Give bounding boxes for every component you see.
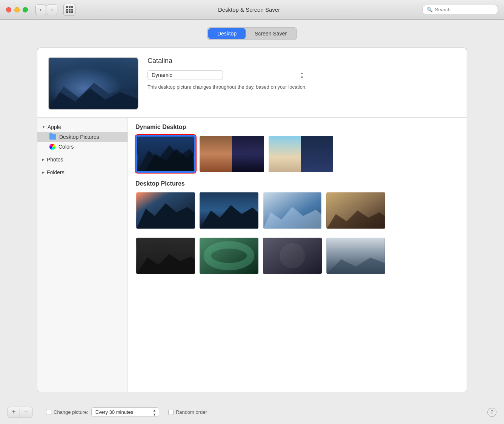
- select-arrows-icon: ▲ ▼: [300, 71, 304, 79]
- sidebar-folders-section: ▶ Folders: [37, 166, 128, 179]
- thumb-dp3-inner: [263, 192, 322, 229]
- add-button[interactable]: +: [8, 407, 20, 418]
- sidebar-item-apple[interactable]: ▼ Apple: [37, 122, 128, 132]
- content-body: ▼ Apple Desktop Pictures Colors ▶: [37, 118, 467, 392]
- interval-select[interactable]: Every 30 minutes Every 5 minutes Every 1…: [91, 407, 159, 417]
- sidebar-item-folders[interactable]: ▶ Folders: [37, 167, 128, 177]
- title-bar: ‹ › Desktop & Screen Saver 🔍: [0, 0, 504, 20]
- thumb-dp4-inner: [326, 192, 385, 229]
- svg-point-18: [280, 243, 305, 268]
- sidebar-folders-label: Folders: [47, 169, 65, 175]
- tab-desktop[interactable]: Desktop: [208, 28, 246, 39]
- main-content: Desktop Screen Saver Catalina Dynamic Li…: [0, 20, 504, 400]
- thumb-dp5[interactable]: [135, 237, 196, 275]
- sidebar-apple-section: ▼ Apple Desktop Pictures Colors: [37, 121, 128, 153]
- dynamic-desktop-grid: [135, 135, 459, 173]
- triangle-icon: ▼: [42, 125, 45, 129]
- thumb-dp7[interactable]: [262, 237, 323, 275]
- sky-right-half: [301, 136, 333, 172]
- dynamic-select-wrapper: Dynamic Light (Still) Dark (Still) ▲ ▼: [148, 70, 307, 80]
- search-box: 🔍: [423, 5, 498, 14]
- main-panel: Catalina Dynamic Light (Still) Dark (Sti…: [37, 48, 467, 392]
- triangle-right-folders-icon: ▶: [42, 171, 45, 174]
- thumb-catalina-dark[interactable]: [135, 135, 196, 173]
- color-wheel-icon: [49, 144, 55, 150]
- change-picture-checkbox[interactable]: [46, 410, 51, 415]
- sidebar-item-photos[interactable]: ▶ Photos: [37, 155, 128, 164]
- thumb-dp3[interactable]: [262, 192, 323, 229]
- window-title: Desktop & Screen Saver: [80, 6, 418, 13]
- thumb-dp6-inner: [200, 238, 258, 274]
- traffic-lights: [6, 7, 28, 12]
- folder-icon: [49, 134, 56, 140]
- grid-dots-icon: [66, 6, 73, 13]
- help-button[interactable]: ?: [487, 408, 496, 417]
- wallpaper-name: Catalina: [148, 57, 307, 65]
- thumb-dp5-inner: [136, 238, 195, 274]
- thumb-dp2[interactable]: [199, 192, 259, 229]
- back-button[interactable]: ‹: [35, 5, 46, 15]
- thumb-dp1-inner: [136, 192, 195, 229]
- thumb-dp6[interactable]: [199, 237, 259, 275]
- thumb-dp1[interactable]: [135, 192, 196, 229]
- mountain-svg: [49, 79, 138, 109]
- sidebar-photos-label: Photos: [47, 157, 63, 163]
- tab-switcher: Desktop Screen Saver: [207, 27, 297, 40]
- dynamic-desktop-title: Dynamic Desktop: [135, 124, 459, 131]
- mojave-left-half: [200, 136, 232, 172]
- thumb-dp2-inner: [200, 192, 258, 229]
- thumb-dp8-inner: [326, 238, 385, 274]
- wallpaper-description: This desktop picture changes throughout …: [148, 84, 307, 91]
- thumb-dp7-inner: [263, 238, 322, 274]
- search-input[interactable]: [435, 7, 494, 12]
- mojave-right-half: [232, 136, 264, 172]
- interval-select-wrapper: Every 30 minutes Every 5 minutes Every 1…: [91, 407, 159, 417]
- forward-button[interactable]: ›: [47, 5, 57, 15]
- triangle-right-icon: ▶: [42, 158, 45, 161]
- sidebar: ▼ Apple Desktop Pictures Colors ▶: [37, 118, 128, 392]
- zoom-button[interactable]: [23, 7, 28, 12]
- random-order-text: Random order: [176, 409, 207, 415]
- sidebar-colors-label: Colors: [58, 144, 74, 150]
- thumb-mojave[interactable]: [199, 135, 265, 173]
- grid-view-button[interactable]: [63, 4, 75, 16]
- desktop-pictures-title: Desktop Pictures: [135, 180, 459, 187]
- tab-screen-saver[interactable]: Screen Saver: [246, 28, 296, 39]
- thumb-inner-catalina-dark: [137, 137, 194, 171]
- thumb-dp4[interactable]: [326, 192, 386, 229]
- sidebar-desktop-pictures-label: Desktop Pictures: [59, 134, 99, 140]
- sky-left-half: [269, 136, 301, 172]
- add-remove-buttons: + −: [8, 407, 32, 418]
- grid-area: Dynamic Desktop: [128, 118, 467, 392]
- bottom-bar: + − Change picture: Every 30 minutes Eve…: [0, 400, 504, 424]
- close-button[interactable]: [6, 7, 11, 12]
- nav-buttons: ‹ ›: [35, 5, 57, 15]
- random-order-label[interactable]: Random order: [168, 409, 207, 415]
- change-picture-label[interactable]: Change picture:: [46, 409, 88, 415]
- preview-area: Catalina Dynamic Light (Still) Dark (Sti…: [37, 48, 467, 118]
- sidebar-photos-section: ▶ Photos: [37, 153, 128, 166]
- thumb-dp8[interactable]: [326, 237, 386, 275]
- desktop-pictures-grid-row2: [135, 237, 459, 275]
- wallpaper-preview: [48, 57, 138, 110]
- sidebar-apple-label: Apple: [48, 124, 61, 130]
- sidebar-item-desktop-pictures[interactable]: Desktop Pictures: [37, 132, 128, 142]
- minimize-button[interactable]: [14, 7, 20, 12]
- thumb-sky[interactable]: [268, 135, 334, 173]
- search-icon: 🔍: [427, 7, 433, 12]
- preview-info: Catalina Dynamic Light (Still) Dark (Sti…: [148, 57, 307, 91]
- random-order-area: Random order: [168, 409, 207, 415]
- remove-button[interactable]: −: [20, 407, 32, 418]
- thumb-inner-sky: [269, 136, 333, 172]
- change-picture-text: Change picture:: [54, 409, 88, 415]
- change-picture-area: Change picture: Every 30 minutes Every 5…: [46, 407, 159, 417]
- sidebar-item-colors[interactable]: Colors: [37, 142, 128, 152]
- desktop-pictures-grid-row1: [135, 192, 459, 229]
- thumb-inner-mojave: [200, 136, 264, 172]
- dynamic-select[interactable]: Dynamic Light (Still) Dark (Still): [148, 70, 223, 80]
- random-order-checkbox[interactable]: [168, 410, 174, 415]
